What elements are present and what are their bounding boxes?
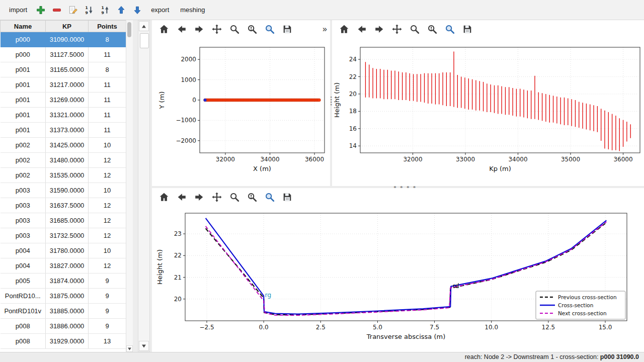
kp-cell[interactable]: 31373.0000 xyxy=(46,123,89,138)
toolbar-overflow-chevron[interactable]: » xyxy=(323,25,327,34)
table-row[interactable]: p00331590.000010 xyxy=(1,183,126,198)
kp-cell[interactable]: 31637.5000 xyxy=(46,198,89,213)
points-cell[interactable]: 9 xyxy=(89,274,126,289)
table-scroll-down-stepper[interactable] xyxy=(126,345,133,352)
table-row[interactable]: p00231480.000012 xyxy=(1,153,126,168)
table-row[interactable]: p00531874.00009 xyxy=(1,274,126,289)
meshing-button[interactable]: meshing xyxy=(175,4,210,16)
table-scrollbar-thumb[interactable] xyxy=(127,22,131,37)
points-cell[interactable]: 12 xyxy=(89,153,126,168)
table-row[interactable]: p00131321.000011 xyxy=(1,108,126,123)
add-cross-section-button[interactable] xyxy=(33,3,48,18)
pan-button[interactable] xyxy=(390,22,404,36)
name-cell[interactable]: p003 xyxy=(1,183,46,198)
name-cell[interactable]: p008 xyxy=(1,334,46,349)
column-header-points[interactable]: Points xyxy=(89,21,126,32)
customize-button[interactable] xyxy=(245,22,259,36)
name-cell[interactable]: p002 xyxy=(1,138,46,153)
table-row[interactable]: p00131165.00008 xyxy=(1,62,126,77)
table-row[interactable]: p00831886.00009 xyxy=(1,319,126,334)
name-cell[interactable]: p001 xyxy=(1,62,46,77)
table-row[interactable]: p00031090.00008 xyxy=(1,32,126,47)
scroll-down-button[interactable] xyxy=(139,341,149,351)
points-cell[interactable]: 12 xyxy=(89,198,126,213)
subplots-button[interactable] xyxy=(443,22,457,36)
remove-cross-section-button[interactable] xyxy=(49,3,64,18)
points-cell[interactable]: 8 xyxy=(89,32,126,47)
points-cell[interactable]: 11 xyxy=(89,108,126,123)
name-cell[interactable]: p003 xyxy=(1,228,46,243)
panel-scrollbar[interactable] xyxy=(138,20,150,352)
kp-cell[interactable]: 31165.0000 xyxy=(46,62,89,77)
points-cell[interactable]: 10 xyxy=(89,183,126,198)
forward-button[interactable] xyxy=(192,190,206,204)
home-button[interactable] xyxy=(337,22,351,36)
points-cell[interactable]: 11 xyxy=(89,47,126,62)
kp-cell[interactable]: 31269.0000 xyxy=(46,93,89,108)
name-cell[interactable]: p005 xyxy=(1,274,46,289)
sort-ascending-button[interactable]: 1 9 xyxy=(98,3,113,18)
points-cell[interactable]: 9 xyxy=(89,319,126,334)
name-cell[interactable]: p000 xyxy=(1,32,46,47)
kp-cell[interactable]: 31780.0000 xyxy=(46,243,89,258)
column-header-kp[interactable]: KP xyxy=(46,21,89,32)
kp-cell[interactable]: 31929.0000 xyxy=(46,334,89,349)
forward-button[interactable] xyxy=(372,22,386,36)
back-button[interactable] xyxy=(175,190,189,204)
points-cell[interactable]: 12 xyxy=(89,228,126,243)
name-cell[interactable]: p000 xyxy=(1,47,46,62)
customize-button[interactable] xyxy=(425,22,439,36)
table-row[interactable]: p00831929.000013 xyxy=(1,334,126,349)
kp-cell[interactable]: 31480.0000 xyxy=(46,153,89,168)
table-row[interactable]: p00231425.000010 xyxy=(1,138,126,153)
table-row[interactable]: p00331637.500012 xyxy=(1,198,126,213)
points-cell[interactable]: 13 xyxy=(89,334,126,349)
longitudinal-profile-chart[interactable]: 3200033000340003500036000141618202224Kp … xyxy=(332,38,644,183)
back-button[interactable] xyxy=(355,22,369,36)
table-row[interactable]: PontRD10...31875.00009 xyxy=(1,289,126,304)
table-row[interactable]: p00431827.000012 xyxy=(1,258,126,274)
zoom-button[interactable] xyxy=(227,190,242,204)
name-cell[interactable]: PontRD10... xyxy=(1,289,46,304)
kp-cell[interactable]: 31886.0000 xyxy=(46,319,89,334)
table-row[interactable]: p00331685.000012 xyxy=(1,213,126,228)
move-down-button[interactable] xyxy=(130,3,145,18)
kp-cell[interactable]: 31217.0000 xyxy=(46,77,89,93)
points-cell[interactable]: 9 xyxy=(89,289,126,304)
name-cell[interactable]: p002 xyxy=(1,153,46,168)
forward-button[interactable] xyxy=(192,22,206,36)
back-button[interactable] xyxy=(175,22,189,36)
kp-cell[interactable]: 31090.0000 xyxy=(46,32,89,47)
name-cell[interactable]: p004 xyxy=(1,243,46,258)
points-cell[interactable]: 10 xyxy=(89,138,126,153)
save-button[interactable] xyxy=(280,22,294,36)
home-button[interactable] xyxy=(157,22,171,36)
name-cell[interactable]: p001 xyxy=(1,77,46,93)
name-cell[interactable]: p003 xyxy=(1,198,46,213)
kp-cell[interactable]: 31127.5000 xyxy=(46,47,89,62)
name-cell[interactable]: p001 xyxy=(1,108,46,123)
column-header-name[interactable]: Name xyxy=(1,21,46,32)
points-cell[interactable]: 12 xyxy=(89,258,126,274)
kp-cell[interactable]: 31590.0000 xyxy=(46,183,89,198)
zoom-button[interactable] xyxy=(227,22,242,36)
name-cell[interactable]: p002 xyxy=(1,168,46,183)
table-scrollbar[interactable] xyxy=(126,20,133,352)
scroll-up-button[interactable] xyxy=(139,21,149,31)
home-button[interactable] xyxy=(157,190,171,204)
points-cell[interactable]: 11 xyxy=(89,123,126,138)
kp-cell[interactable]: 31535.0000 xyxy=(46,168,89,183)
panel-scrollbar-thumb[interactable] xyxy=(140,33,149,48)
customize-button[interactable] xyxy=(245,190,259,204)
points-cell[interactable]: 11 xyxy=(89,93,126,108)
save-button[interactable] xyxy=(460,22,474,36)
save-button[interactable] xyxy=(280,190,294,204)
subplots-button[interactable] xyxy=(263,22,277,36)
zoom-button[interactable] xyxy=(408,22,422,36)
name-cell[interactable]: PontRD101v xyxy=(1,304,46,319)
subplots-button[interactable] xyxy=(263,190,277,204)
table-row[interactable]: p00231535.000012 xyxy=(1,168,126,183)
points-cell[interactable]: 8 xyxy=(89,62,126,77)
kp-cell[interactable]: 31875.0000 xyxy=(46,289,89,304)
cross-section-chart[interactable]: −2.50.02.55.07.510.012.515.020212223Tran… xyxy=(152,206,644,351)
